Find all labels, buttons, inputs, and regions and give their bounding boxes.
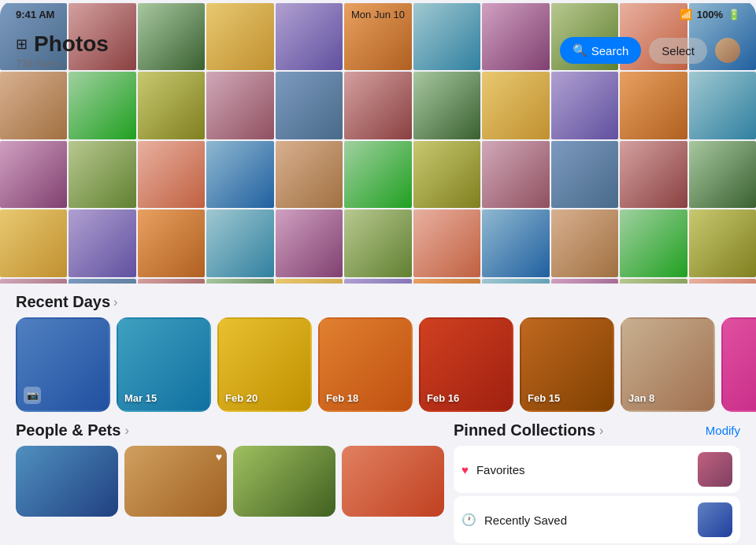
photo-cell[interactable] <box>551 209 618 276</box>
header-right: 🔍 Search Select <box>560 37 740 64</box>
select-label: Select <box>662 44 695 57</box>
search-button[interactable]: 🔍 Search <box>560 37 642 64</box>
pinned-item-label: Recently Saved <box>484 513 690 527</box>
photo-cell[interactable] <box>551 141 618 208</box>
pinned-item-thumbnail <box>698 452 732 487</box>
wifi-icon: 📶 <box>680 9 692 20</box>
photo-cell[interactable] <box>551 72 618 139</box>
photo-cell[interactable] <box>206 72 273 139</box>
photo-cell[interactable] <box>0 141 67 208</box>
calendar-icon: 📷 <box>24 387 41 404</box>
grid-icon[interactable]: ⊞ <box>16 35 28 53</box>
pinned-item[interactable]: ♥Favorites <box>454 446 740 493</box>
modify-button[interactable]: Modify <box>706 424 740 437</box>
day-card[interactable]: Feb 18 <box>318 317 413 412</box>
search-icon: 🔍 <box>573 43 587 57</box>
photo-cell[interactable] <box>276 72 343 139</box>
header: ⊞ Photos 738 Items 🔍 Search Select <box>0 28 756 72</box>
person-card[interactable] <box>342 446 444 517</box>
photo-cell[interactable] <box>620 209 687 276</box>
heart-icon: ♥ <box>461 463 469 476</box>
day-label: Feb 16 <box>427 392 459 404</box>
photo-cell[interactable] <box>0 72 67 139</box>
pinned-chevron[interactable]: › <box>599 424 603 438</box>
photo-cell[interactable] <box>689 72 756 139</box>
photo-cell[interactable] <box>69 209 135 276</box>
people-chevron[interactable]: › <box>124 424 128 438</box>
people-title: People & Pets <box>16 421 120 439</box>
heart-icon: ♥ <box>216 450 222 463</box>
avatar[interactable] <box>715 38 740 63</box>
pinned-item[interactable]: 🕐Recently Saved <box>454 496 740 543</box>
photo-cell[interactable] <box>69 141 135 208</box>
pinned-item-label: Favorites <box>476 463 690 476</box>
status-date: Mon Jun 10 <box>351 9 405 20</box>
pinned-item-thumbnail <box>698 502 732 537</box>
status-bar: 9:41 AM Mon Jun 10 📶 100% 🔋 <box>0 0 756 28</box>
photo-cell[interactable] <box>620 141 687 208</box>
day-card[interactable]: Feb 15 <box>520 317 614 412</box>
photo-cell[interactable] <box>344 141 411 208</box>
day-card[interactable]: Mar 15 <box>117 317 211 412</box>
pinned-title: Pinned Collections <box>454 421 595 439</box>
person-card[interactable]: ♥ <box>124 446 227 517</box>
day-label: Mar 15 <box>124 392 157 404</box>
photo-cell[interactable] <box>689 209 756 276</box>
photo-cell[interactable] <box>138 141 205 208</box>
photo-cell[interactable] <box>276 209 343 276</box>
photo-cell[interactable] <box>482 141 549 208</box>
day-label: Jan 8 <box>628 392 654 404</box>
day-card[interactable]: Feb 20 <box>217 317 312 412</box>
photo-cell[interactable] <box>0 209 67 276</box>
item-count: 738 Items <box>16 57 109 69</box>
photo-cell[interactable] <box>620 72 687 139</box>
day-label: Feb 15 <box>528 392 560 404</box>
day-label: Feb 18 <box>326 392 358 404</box>
photo-cell[interactable] <box>138 72 205 139</box>
search-label: Search <box>591 44 629 57</box>
photo-cell[interactable] <box>69 72 135 139</box>
day-card[interactable] <box>721 317 756 412</box>
photo-cell[interactable] <box>689 141 756 208</box>
photo-cell[interactable] <box>344 72 411 139</box>
people-section: People & Pets › ♥ <box>16 421 444 543</box>
battery-text: 100% <box>697 9 723 20</box>
day-card[interactable]: Feb 16 <box>419 317 513 412</box>
photo-cell[interactable] <box>413 209 480 276</box>
day-card[interactable]: 📷 <box>16 317 110 412</box>
pinned-header: Pinned Collections › Modify <box>454 421 740 439</box>
photo-cell[interactable] <box>206 209 273 276</box>
recent-days-title: Recent Days <box>16 293 110 311</box>
page-title: Photos <box>34 32 109 57</box>
recent-days-chevron[interactable]: › <box>113 295 117 310</box>
photo-cell[interactable] <box>413 141 480 208</box>
people-row[interactable]: ♥ <box>16 446 444 517</box>
photo-cell[interactable] <box>138 209 205 276</box>
photo-cell[interactable] <box>482 72 549 139</box>
day-card[interactable]: Jan 8 <box>621 317 715 412</box>
recent-days-header: Recent Days › <box>0 284 756 317</box>
photo-cell[interactable] <box>276 141 343 208</box>
people-header: People & Pets › <box>16 421 444 439</box>
header-left: ⊞ Photos 738 Items <box>16 32 109 69</box>
person-card[interactable] <box>233 446 335 517</box>
photo-cell[interactable] <box>413 72 480 139</box>
photo-cell[interactable] <box>482 209 549 276</box>
pinned-list: ♥Favorites🕐Recently Saved <box>454 446 740 543</box>
select-button[interactable]: Select <box>649 38 707 64</box>
photo-cell[interactable] <box>344 209 411 276</box>
clock-icon: 🕐 <box>461 513 476 527</box>
recent-days-scroll[interactable]: 📷Mar 15Feb 20Feb 18Feb 16Feb 15Jan 8 <box>0 317 756 421</box>
pinned-section: Pinned Collections › Modify ♥Favorites🕐R… <box>454 421 740 543</box>
photo-cell[interactable] <box>206 141 273 208</box>
battery-icon: 🔋 <box>728 9 740 20</box>
bottom-panel: Recent Days › 📷Mar 15Feb 20Feb 18Feb 16F… <box>0 284 756 545</box>
day-label: Feb 20 <box>225 392 258 404</box>
bottom-split: People & Pets › ♥ Pinned Collections › M… <box>0 421 756 543</box>
person-card[interactable] <box>16 446 118 517</box>
status-right: 📶 100% 🔋 <box>680 9 740 20</box>
status-time: 9:41 AM <box>16 9 54 20</box>
